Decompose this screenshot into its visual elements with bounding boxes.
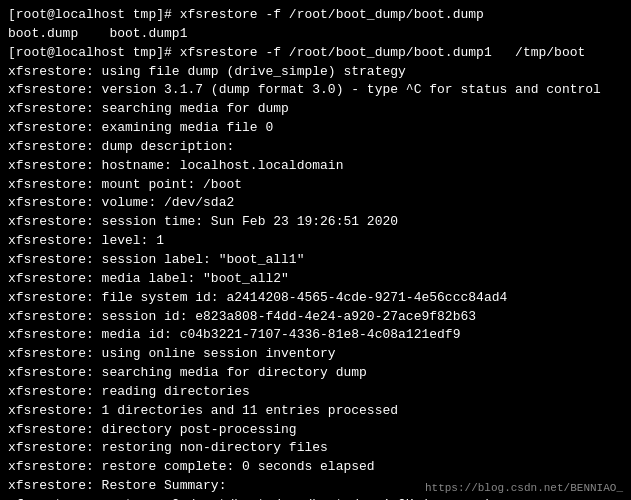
output-line: xfsrestore: media label: "boot_all2"	[8, 270, 623, 289]
output-line: xfsrestore: restore complete: 0 seconds …	[8, 458, 623, 477]
output-line: xfsrestore: hostname: localhost.localdom…	[8, 157, 623, 176]
output-line: xfsrestore: session label: "boot_all1"	[8, 251, 623, 270]
output-line: xfsrestore: level: 1	[8, 232, 623, 251]
terminal-window: [root@localhost tmp]# xfsrestore -f /roo…	[0, 0, 631, 500]
output-line: xfsrestore: reading directories	[8, 383, 623, 402]
output-line: xfsrestore: directory post-processing	[8, 421, 623, 440]
prompt-line: [root@localhost tmp]# xfsrestore -f /roo…	[8, 44, 623, 63]
output-line: xfsrestore: session time: Sun Feb 23 19:…	[8, 213, 623, 232]
output-line: xfsrestore: using online session invento…	[8, 345, 623, 364]
output-line: xfsrestore: 1 directories and 11 entries…	[8, 402, 623, 421]
output-line: xfsrestore: media id: c04b3221-7107-4336…	[8, 326, 623, 345]
output-line: xfsrestore: restoring non-directory file…	[8, 439, 623, 458]
output-line: xfsrestore: version 3.1.7 (dump format 3…	[8, 81, 623, 100]
prompt-line: [root@localhost tmp]# xfsrestore -f /roo…	[8, 6, 623, 25]
watermark: https://blog.csdn.net/BENNIAO_	[425, 482, 623, 494]
output-line: xfsrestore: dump description:	[8, 138, 623, 157]
output-line: boot.dump boot.dump1	[8, 25, 623, 44]
output-line: xfsrestore: searching media for director…	[8, 364, 623, 383]
output-line: xfsrestore: using file dump (drive_simpl…	[8, 63, 623, 82]
output-line: xfsrestore: stream 0 /root/boot_dump/boo…	[8, 496, 623, 500]
output-line: xfsrestore: file system id: a2414208-456…	[8, 289, 623, 308]
output-line: xfsrestore: examining media file 0	[8, 119, 623, 138]
output-line: xfsrestore: session id: e823a808-f4dd-4e…	[8, 308, 623, 327]
output-line: xfsrestore: searching media for dump	[8, 100, 623, 119]
output-line: xfsrestore: mount point: /boot	[8, 176, 623, 195]
output-line: xfsrestore: volume: /dev/sda2	[8, 194, 623, 213]
